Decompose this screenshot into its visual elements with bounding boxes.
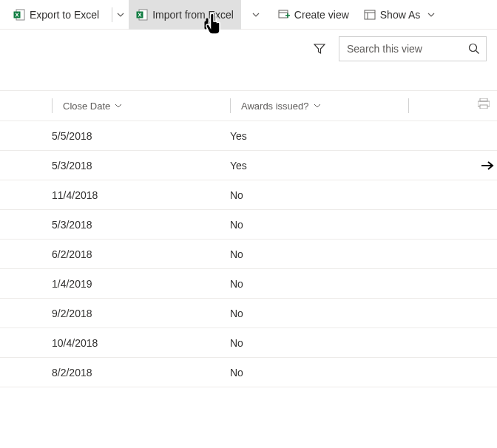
import-excel-label: Import from Excel xyxy=(152,9,234,21)
cell-close-date: 5/5/2018 xyxy=(0,130,230,142)
search-row xyxy=(0,30,497,68)
create-view-button[interactable]: Create view xyxy=(271,0,356,30)
chevron-down-icon xyxy=(427,13,435,17)
create-view-label: Create view xyxy=(294,9,349,21)
cell-awards-issued: No xyxy=(230,189,497,201)
chevron-down-icon xyxy=(117,13,124,17)
print-icon[interactable] xyxy=(478,98,490,113)
table-row[interactable]: 9/2/2018No xyxy=(0,299,497,328)
show-as-icon xyxy=(364,9,376,21)
cell-awards-issued: Yes xyxy=(230,160,497,172)
svg-rect-4 xyxy=(279,10,288,18)
table-row[interactable]: 11/4/2018No xyxy=(0,180,497,210)
grid-body: 5/5/2018Yes5/3/2018Yes11/4/2018No5/3/201… xyxy=(0,121,497,387)
cell-close-date: 6/2/2018 xyxy=(0,248,230,260)
grid-header: Close Date Awards issued? xyxy=(0,90,497,121)
svg-rect-13 xyxy=(480,98,487,101)
cell-close-date: 10/4/2018 xyxy=(0,337,230,349)
export-excel-button[interactable]: Export to Excel xyxy=(6,0,106,30)
cell-awards-issued: Yes xyxy=(230,130,497,142)
cell-awards-issued: No xyxy=(230,367,497,379)
column-awards-issued[interactable]: Awards issued? xyxy=(230,98,408,113)
command-bar: Export to Excel Import from Excel Create… xyxy=(0,0,497,30)
column-label: Close Date xyxy=(63,101,110,112)
table-row[interactable]: 10/4/2018No xyxy=(0,328,497,358)
filter-button[interactable] xyxy=(314,43,325,55)
export-excel-label: Export to Excel xyxy=(30,9,99,21)
import-excel-button[interactable]: Import from Excel xyxy=(129,0,241,30)
svg-point-11 xyxy=(470,44,477,52)
table-row[interactable]: 1/4/2019No xyxy=(0,269,497,299)
cell-close-date: 8/2/2018 xyxy=(0,367,230,379)
table-row[interactable]: 5/5/2018Yes xyxy=(0,121,497,151)
cell-awards-issued: No xyxy=(230,308,497,319)
search-box[interactable] xyxy=(339,36,487,61)
cell-awards-issued: No xyxy=(230,337,497,349)
cell-awards-issued: No xyxy=(230,219,497,231)
cell-close-date: 11/4/2018 xyxy=(0,189,230,201)
column-close-date[interactable]: Close Date xyxy=(52,98,230,113)
chevron-down-icon xyxy=(314,103,321,108)
svg-rect-8 xyxy=(365,10,375,19)
cell-close-date: 9/2/2018 xyxy=(0,308,230,319)
chevron-down-icon xyxy=(115,103,122,108)
search-icon[interactable] xyxy=(468,43,480,55)
svg-rect-15 xyxy=(480,105,487,109)
create-view-icon xyxy=(278,9,290,21)
cell-awards-issued: No xyxy=(230,248,497,260)
table-row[interactable]: 6/2/2018No xyxy=(0,240,497,269)
arrow-right-icon[interactable] xyxy=(481,160,494,171)
cell-close-date: 5/3/2018 xyxy=(0,219,230,231)
cell-awards-issued: No xyxy=(230,278,497,290)
cell-close-date: 5/3/2018 xyxy=(0,160,230,172)
svg-line-12 xyxy=(476,51,479,54)
excel-icon xyxy=(13,9,25,21)
cell-close-date: 1/4/2019 xyxy=(0,278,230,290)
import-dropdown[interactable] xyxy=(241,0,271,30)
table-row[interactable]: 5/3/2018Yes xyxy=(0,151,497,180)
table-row[interactable]: 8/2/2018No xyxy=(0,358,497,387)
column-label: Awards issued? xyxy=(241,101,309,112)
excel-icon xyxy=(136,9,148,21)
table-row[interactable]: 5/3/2018No xyxy=(0,210,497,240)
show-as-label: Show As xyxy=(380,9,420,21)
export-dropdown[interactable] xyxy=(106,0,129,30)
show-as-button[interactable]: Show As xyxy=(356,0,442,30)
chevron-down-icon xyxy=(252,13,260,17)
